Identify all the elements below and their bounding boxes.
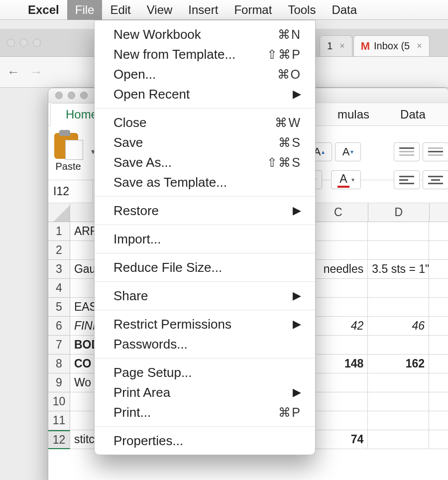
cell[interactable]: 3.5 sts = 1" xyxy=(368,260,429,279)
menu-item[interactable]: Import... xyxy=(95,229,315,249)
cell[interactable]: 74 xyxy=(308,430,368,449)
cell[interactable] xyxy=(368,222,429,241)
traffic-min-icon[interactable] xyxy=(68,92,75,99)
back-icon[interactable]: ← xyxy=(7,64,20,80)
cell[interactable] xyxy=(308,392,368,411)
traffic-close-icon[interactable] xyxy=(55,92,63,99)
cell[interactable]: needles xyxy=(308,260,368,279)
menubar-insert[interactable]: Insert xyxy=(180,0,226,20)
cell[interactable] xyxy=(429,373,448,392)
cell[interactable] xyxy=(368,279,429,298)
menu-item[interactable]: Open...⌘O xyxy=(95,64,315,84)
menu-item[interactable]: Passwords... xyxy=(95,334,315,354)
traffic-min-icon[interactable] xyxy=(20,39,28,47)
menu-item[interactable]: Close⌘W xyxy=(95,113,315,132)
cell[interactable] xyxy=(429,392,448,411)
menubar-app-name[interactable]: Excel xyxy=(20,0,67,20)
row-header[interactable]: 4 xyxy=(48,279,70,298)
row-header[interactable]: 5 xyxy=(48,298,70,317)
cell[interactable] xyxy=(429,430,448,449)
menu-item[interactable]: Open Recent▶ xyxy=(95,84,315,104)
cell[interactable] xyxy=(368,298,429,317)
menu-item[interactable]: Reduce File Size... xyxy=(95,257,315,277)
cell[interactable] xyxy=(429,336,448,355)
name-box[interactable]: I12 xyxy=(48,180,93,203)
cell[interactable] xyxy=(368,392,429,411)
cell[interactable] xyxy=(429,317,448,336)
row-header[interactable]: 6 xyxy=(48,317,70,336)
menu-item[interactable]: Print Area▶ xyxy=(95,382,315,402)
menu-item[interactable]: New from Template...⇧⌘P xyxy=(95,44,315,64)
traffic-zoom-icon[interactable] xyxy=(80,92,88,99)
column-header-d[interactable]: D xyxy=(368,203,430,222)
menu-item[interactable]: Save as Template... xyxy=(95,172,315,192)
menubar-edit[interactable]: Edit xyxy=(102,0,138,20)
menu-item[interactable]: Restrict Permissions▶ xyxy=(95,314,315,334)
font-color-button[interactable]: A▾ xyxy=(331,170,361,189)
menu-item[interactable]: Page Setup... xyxy=(95,362,315,382)
row-header[interactable]: 11 xyxy=(48,411,70,430)
menu-item[interactable]: Save⌘S xyxy=(95,132,315,152)
menubar-format[interactable]: Format xyxy=(226,0,280,20)
cell[interactable]: 148 xyxy=(308,355,368,373)
menubar-file[interactable]: File xyxy=(67,0,103,20)
cell[interactable] xyxy=(368,430,429,449)
cell[interactable] xyxy=(429,222,448,241)
menu-item[interactable]: New Workbook⌘N xyxy=(95,24,315,44)
cell[interactable] xyxy=(429,355,448,373)
cell[interactable] xyxy=(429,241,448,260)
menu-item[interactable]: Share▶ xyxy=(95,286,315,306)
cell[interactable] xyxy=(308,222,368,241)
cell[interactable] xyxy=(429,298,448,317)
traffic-close-icon[interactable] xyxy=(7,39,15,47)
cell[interactable] xyxy=(308,373,368,392)
ribbon-tab-formulas[interactable]: mulas xyxy=(322,103,385,125)
cell[interactable] xyxy=(308,279,368,298)
close-icon[interactable]: × xyxy=(339,41,345,51)
cell[interactable] xyxy=(308,241,368,260)
row-header[interactable]: 3 xyxy=(48,260,70,279)
menu-item[interactable]: Properties... xyxy=(95,431,315,451)
select-all-corner[interactable] xyxy=(48,203,70,222)
ribbon-tab-data[interactable]: Data xyxy=(385,103,441,125)
column-header-c[interactable]: C xyxy=(309,203,369,222)
paste-button[interactable]: Paste xyxy=(54,131,82,172)
menubar-data[interactable]: Data xyxy=(324,0,365,20)
chrome-tab-inbox[interactable]: M Inbox (5 × xyxy=(353,35,430,56)
menu-item[interactable]: Restore▶ xyxy=(95,201,315,221)
align-center-button[interactable] xyxy=(423,170,448,189)
row-header[interactable]: 8 xyxy=(48,355,70,373)
ribbon-tab-review[interactable]: Rev xyxy=(441,103,448,125)
menubar-view[interactable]: View xyxy=(139,0,181,20)
cell[interactable] xyxy=(308,336,368,355)
cell[interactable] xyxy=(429,279,448,298)
cell[interactable] xyxy=(368,373,429,392)
chrome-tab[interactable]: 1 × xyxy=(320,35,352,56)
row-header[interactable]: 12 xyxy=(48,430,70,449)
cell[interactable] xyxy=(368,411,429,430)
traffic-zoom-icon[interactable] xyxy=(33,39,41,47)
row-header[interactable]: 10 xyxy=(48,392,70,411)
cell[interactable]: 162 xyxy=(368,355,429,373)
chrome-traffic-lights[interactable] xyxy=(7,39,51,47)
cell[interactable] xyxy=(429,260,448,279)
cell[interactable] xyxy=(368,336,429,355)
decrease-font-button[interactable]: A▾ xyxy=(335,142,361,161)
cell[interactable] xyxy=(308,411,368,430)
row-header[interactable]: 9 xyxy=(48,373,70,392)
cell[interactable] xyxy=(368,241,429,260)
menu-item[interactable]: Save As...⇧⌘S xyxy=(95,152,315,172)
cell[interactable] xyxy=(308,298,368,317)
cell[interactable] xyxy=(429,411,448,430)
align-top-button[interactable] xyxy=(394,142,420,161)
cell[interactable]: 42 xyxy=(308,317,368,336)
row-header[interactable]: 1 xyxy=(48,222,70,241)
menu-item[interactable]: Print...⌘P xyxy=(95,402,315,422)
align-left-button[interactable] xyxy=(394,170,420,189)
close-icon[interactable]: × xyxy=(417,41,422,51)
row-header[interactable]: 2 xyxy=(48,241,70,260)
cell[interactable]: 46 xyxy=(368,317,429,336)
align-middle-button[interactable] xyxy=(423,142,448,161)
row-header[interactable]: 7 xyxy=(48,336,70,355)
menubar-tools[interactable]: Tools xyxy=(280,0,324,20)
